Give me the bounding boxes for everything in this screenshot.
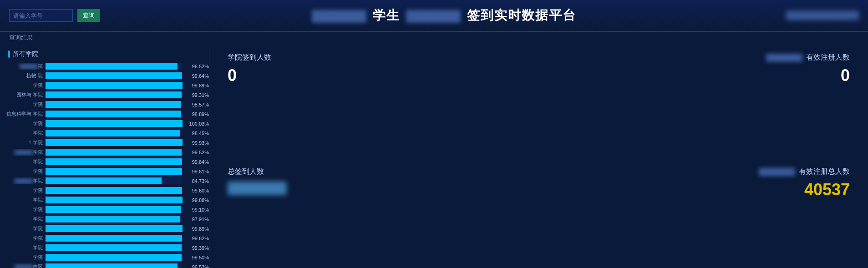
bar-track bbox=[46, 101, 183, 108]
bar-track bbox=[46, 120, 183, 127]
bar-track bbox=[46, 82, 183, 89]
header-left: 查询 bbox=[9, 9, 100, 22]
bar-row: 学院99.50% bbox=[5, 253, 209, 262]
bar-value: 98.45% bbox=[183, 131, 209, 136]
bar-label: 植物 院 bbox=[5, 72, 46, 79]
bar-value: 99.81% bbox=[183, 169, 209, 174]
bar-fill bbox=[46, 244, 182, 251]
bar-track bbox=[46, 177, 183, 184]
total-checkin-label: 总签到人数 bbox=[228, 167, 525, 177]
bar-row: 学院99.84% bbox=[5, 157, 209, 166]
bar-fill bbox=[46, 72, 182, 79]
bar-label: 学院 bbox=[5, 82, 46, 89]
bar-row: 学院98.57% bbox=[5, 100, 209, 109]
bar-value: 99.50% bbox=[183, 255, 209, 260]
bar-row: 学院98.45% bbox=[5, 129, 209, 137]
bar-label: 学院 bbox=[5, 120, 46, 127]
bar-track bbox=[46, 158, 183, 165]
bar-fill bbox=[46, 101, 181, 108]
bar-row: 校区96.53% bbox=[5, 263, 209, 268]
bar-value: 99.31% bbox=[183, 92, 209, 98]
bar-fill bbox=[46, 225, 183, 232]
bar-fill bbox=[46, 120, 183, 127]
bar-row: 学院99.10% bbox=[5, 205, 209, 214]
bar-fill bbox=[46, 216, 180, 222]
bar-track bbox=[46, 187, 183, 194]
bar-fill bbox=[46, 158, 182, 165]
bar-value: 100.03% bbox=[183, 121, 209, 126]
total-checkin-value bbox=[228, 180, 525, 199]
bar-row: 学院100.03% bbox=[5, 119, 209, 128]
bar-track bbox=[46, 63, 183, 70]
bar-value: 99.52% bbox=[183, 150, 209, 155]
left-panel: 所有学院 院96.52%植物 院99.64%学院99.89%园林与 学院99.3… bbox=[0, 44, 209, 268]
bar-row: 学院99.39% bbox=[5, 243, 209, 252]
bar-label: 学院 bbox=[5, 130, 46, 137]
bar-track bbox=[46, 139, 183, 146]
bar-row: 园林与 学院99.31% bbox=[5, 91, 209, 99]
effective-register-value: 0 bbox=[553, 66, 850, 85]
bar-row: 学院84.73% bbox=[5, 177, 209, 185]
right-panel: 学院签到人数 0 有效注册人数 0 总签到人数 有效注册总人数 40537 bbox=[209, 44, 868, 268]
effective-register-label: 有效注册人数 bbox=[553, 53, 850, 62]
bar-value: 99.89% bbox=[183, 226, 209, 232]
bar-label: 学院 bbox=[5, 216, 46, 222]
bar-fill bbox=[46, 168, 182, 175]
bar-fill bbox=[46, 63, 178, 70]
bar-fill bbox=[46, 254, 182, 261]
total-effective-value: 40537 bbox=[553, 180, 850, 199]
header-right-info bbox=[786, 11, 859, 20]
bar-label: 学院 bbox=[5, 168, 46, 175]
bar-value: 99.10% bbox=[183, 207, 209, 212]
bar-row: 植物 院99.64% bbox=[5, 71, 209, 80]
bar-track bbox=[46, 225, 183, 232]
search-button[interactable]: 查询 bbox=[77, 9, 100, 22]
total-effective-label-blurred bbox=[759, 168, 795, 176]
bar-fill bbox=[46, 139, 183, 146]
bar-label: 学院 bbox=[5, 225, 46, 232]
effective-register-label-blurred bbox=[766, 54, 802, 62]
college-checkin-value: 0 bbox=[228, 66, 525, 85]
bar-fill bbox=[46, 130, 180, 137]
bar-row: 学院99.60% bbox=[5, 186, 209, 195]
bar-label: 学院 bbox=[5, 254, 46, 261]
bar-track bbox=[46, 206, 183, 213]
bar-track bbox=[46, 216, 183, 222]
page-title: 学院签到人数 学生 签到实时数据平台 bbox=[100, 7, 786, 24]
bar-track bbox=[46, 244, 183, 251]
bar-value: 97.91% bbox=[183, 217, 209, 222]
bar-fill bbox=[46, 177, 162, 184]
bar-label: 院 bbox=[5, 63, 46, 70]
bar-row: 学院99.82% bbox=[5, 234, 209, 243]
bar-label: 园林与 学院 bbox=[5, 91, 46, 98]
total-checkin-blurred bbox=[228, 182, 287, 195]
bar-label: 1 学院 bbox=[5, 139, 46, 146]
bar-row: 信息科学与 学院98.89% bbox=[5, 110, 209, 118]
bar-track bbox=[46, 197, 183, 203]
bar-fill bbox=[46, 206, 181, 213]
bar-chart: 院96.52%植物 院99.64%学院99.89%园林与 学院99.31%学院9… bbox=[5, 62, 209, 268]
bar-row: 学院99.89% bbox=[5, 224, 209, 233]
bar-label: 信息科学与 学院 bbox=[5, 111, 46, 117]
total-checkin-block: 总签到人数 bbox=[228, 167, 525, 268]
total-effective-block: 有效注册总人数 40537 bbox=[553, 167, 850, 268]
bar-value: 84.73% bbox=[183, 178, 209, 184]
college-checkin-label: 学院签到人数 bbox=[228, 53, 525, 62]
query-result-label: 查询结果 bbox=[0, 32, 868, 44]
bar-value: 98.57% bbox=[183, 102, 209, 107]
search-input[interactable] bbox=[9, 9, 73, 22]
bar-track bbox=[46, 254, 183, 261]
bar-label: 学院 bbox=[5, 101, 46, 108]
bar-row: 学院99.81% bbox=[5, 167, 209, 176]
bar-row: 院96.52% bbox=[5, 62, 209, 71]
bar-label: 学院 bbox=[5, 149, 46, 156]
bar-fill bbox=[46, 82, 183, 89]
bar-value: 99.84% bbox=[183, 159, 209, 165]
bar-value: 96.53% bbox=[183, 264, 209, 268]
bar-label: 校区 bbox=[5, 263, 46, 268]
bar-value: 99.89% bbox=[183, 83, 209, 88]
bar-label: 学院 bbox=[5, 244, 46, 251]
bar-value: 99.64% bbox=[183, 73, 209, 79]
total-effective-label: 有效注册总人数 bbox=[553, 167, 850, 177]
bar-value: 99.82% bbox=[183, 236, 209, 241]
